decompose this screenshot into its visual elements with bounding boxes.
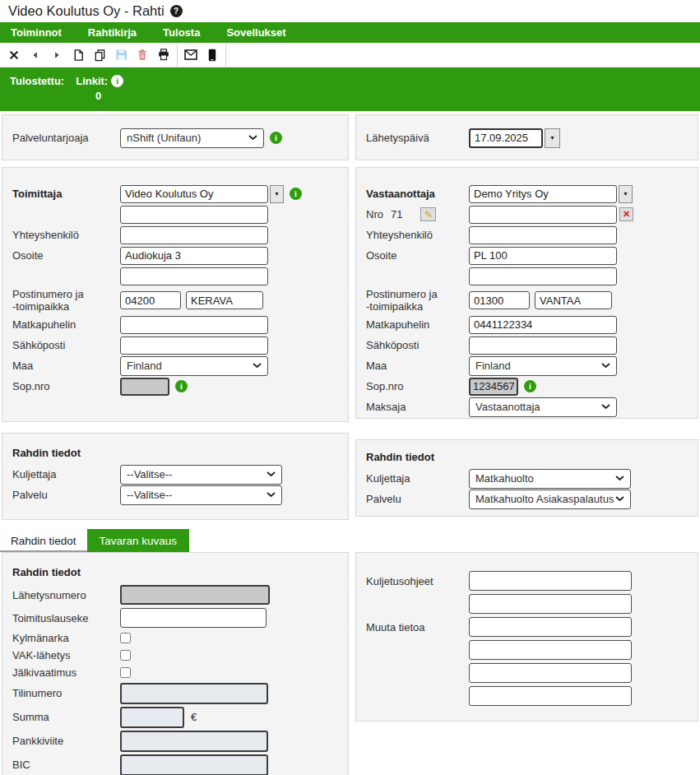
edit-icon[interactable]: ✎: [420, 207, 436, 221]
carrier-select[interactable]: Matkahuolto: [469, 469, 631, 489]
receiver-country-select[interactable]: Finland: [469, 356, 617, 376]
payer-select[interactable]: Vastaanottaja: [469, 397, 617, 417]
service-select[interactable]: Matkahuolto Asiakaspalautus: [469, 490, 631, 509]
copy-icon[interactable]: [90, 44, 109, 66]
sender-email-input[interactable]: [120, 336, 268, 355]
other-info-input-3[interactable]: [469, 663, 632, 683]
info-icon[interactable]: i: [290, 188, 302, 200]
sender-address-input[interactable]: [120, 247, 268, 265]
service-select[interactable]: --Valitse--: [120, 485, 282, 505]
sender-contract-label: Sop.nro: [12, 380, 120, 392]
clear-icon[interactable]: ✕: [619, 207, 633, 221]
carrier-label: Kuljettaja: [366, 472, 469, 485]
transport-instructions-input-2[interactable]: [469, 594, 632, 614]
freight-details-panel: Rahdin tiedot Lähetysnumero Toimituslaus…: [2, 552, 349, 775]
sender-city-input[interactable]: [186, 291, 263, 309]
sender-address2-input[interactable]: [120, 267, 268, 285]
receiver-city-input[interactable]: [535, 291, 612, 309]
receiver-email-input[interactable]: [469, 336, 617, 355]
bank-reference-input: [120, 731, 268, 752]
sender-name-input[interactable]: [120, 185, 268, 203]
info-icon[interactable]: i: [175, 380, 188, 392]
extra-info-panel: Kuljetusohjeet Muuta tietoa: [355, 552, 698, 722]
sum-input: [120, 707, 184, 728]
sender-country-label: Maa: [12, 360, 120, 372]
provider-label: Palveluntarjoaja: [12, 132, 120, 144]
carrier-select[interactable]: --Valitse--: [120, 465, 282, 485]
mobile-icon[interactable]: [202, 44, 222, 66]
ship-date-label: Lähetyspäivä: [366, 132, 469, 144]
menu-item-rahtikirja[interactable]: Rahtikirja: [88, 26, 137, 39]
cold-sensitive-checkbox[interactable]: [120, 633, 131, 643]
sender-postal-code-input[interactable]: [120, 291, 181, 309]
vak-shipment-checkbox[interactable]: [120, 650, 131, 661]
calendar-dropdown-button[interactable]: ▼: [545, 128, 560, 148]
sender-panel: Toimittaja ▼ i Yhteyshenkilö Osoite: [2, 167, 349, 422]
freight-details-title: Rahdin tiedot: [12, 566, 338, 578]
chevron-down-icon: [267, 471, 276, 477]
next-record-icon[interactable]: [47, 44, 67, 66]
tab-bar: Rahdin tiedot Tavaran kuvaus: [0, 529, 700, 552]
other-info-input-2[interactable]: [469, 640, 632, 660]
bank-reference-label: Pankkiviite: [12, 735, 120, 747]
delete-icon[interactable]: [132, 44, 152, 66]
receiver-postal-code-input[interactable]: [469, 291, 530, 309]
transport-instructions-input-1[interactable]: [469, 571, 632, 591]
info-icon[interactable]: i: [111, 75, 123, 87]
chevron-down-icon: [601, 404, 610, 410]
print-icon[interactable]: [154, 44, 174, 66]
other-info-input-4[interactable]: [469, 686, 632, 706]
sender-contact-input[interactable]: [120, 226, 268, 244]
receiver-nro-value: 71: [391, 208, 402, 220]
sender-name2-input[interactable]: [120, 206, 268, 224]
menu-item-sovellukset[interactable]: Sovellukset: [226, 26, 285, 39]
chevron-down-icon: [615, 496, 624, 502]
service-label: Palvelu: [12, 489, 120, 501]
sender-title: Toimittaja: [12, 188, 120, 200]
bic-label: BIC: [12, 759, 120, 771]
new-document-icon[interactable]: [68, 44, 88, 66]
provider-select[interactable]: nShift (Unifaun): [120, 128, 264, 148]
receiver-email-label: Sähköposti: [366, 339, 469, 351]
ship-date-input[interactable]: [469, 128, 543, 148]
menu-item-tulosta[interactable]: Tulosta: [163, 26, 200, 39]
tab-rahdin-tiedot[interactable]: Rahdin tiedot: [0, 531, 87, 552]
sender-country-select[interactable]: Finland: [120, 356, 268, 376]
delivery-clause-input[interactable]: [120, 608, 267, 628]
cod-checkbox[interactable]: [120, 667, 131, 678]
account-number-label: Tilinumero: [12, 687, 120, 699]
info-icon[interactable]: i: [270, 132, 282, 144]
receiver-address-label: Osoite: [366, 249, 469, 262]
freight-info-panel-right: Rahdin tiedot Kuljettaja Matkahuolto Pal…: [355, 439, 698, 517]
tab-tavaran-kuvaus[interactable]: Tavaran kuvaus: [87, 529, 190, 552]
receiver-dropdown-button[interactable]: ▼: [619, 185, 633, 203]
previous-record-icon[interactable]: [25, 44, 45, 66]
chevron-down-icon: [601, 363, 610, 369]
toolbar-separator: [225, 44, 226, 67]
receiver-address2-input[interactable]: [469, 267, 617, 285]
chevron-down-icon: [615, 476, 624, 481]
freight-right-title: Rahdin tiedot: [366, 451, 688, 463]
receiver-contract-label: Sop.nro: [366, 380, 469, 392]
receiver-name-input[interactable]: [469, 185, 617, 203]
save-icon[interactable]: [111, 44, 131, 66]
sender-mobile-input[interactable]: [120, 316, 268, 334]
sender-dropdown-button[interactable]: ▼: [270, 185, 284, 203]
receiver-name2-input[interactable]: [469, 206, 617, 224]
receiver-mobile-input[interactable]: [469, 316, 617, 334]
receiver-address-input[interactable]: [469, 247, 617, 265]
help-icon[interactable]: ?: [170, 5, 183, 17]
receiver-postal-label: Postinumero ja -toimipaikka: [366, 288, 469, 313]
freight-left-title: Rahdin tiedot: [12, 447, 338, 459]
chevron-down-icon: [253, 363, 262, 369]
email-icon[interactable]: [181, 44, 201, 66]
info-icon[interactable]: i: [524, 380, 536, 392]
receiver-contact-input[interactable]: [469, 226, 617, 244]
sender-postal-label: Postinumero ja -toimipaikka: [12, 288, 120, 313]
menu-bar: Toiminnot Rahtikirja Tulosta Sovellukset: [0, 22, 700, 43]
menu-item-toiminnot[interactable]: Toiminnot: [11, 26, 62, 39]
other-info-input-1[interactable]: [469, 617, 632, 637]
sender-address-label: Osoite: [12, 249, 120, 262]
close-icon[interactable]: [4, 44, 24, 66]
toolbar-separator: [177, 44, 178, 67]
